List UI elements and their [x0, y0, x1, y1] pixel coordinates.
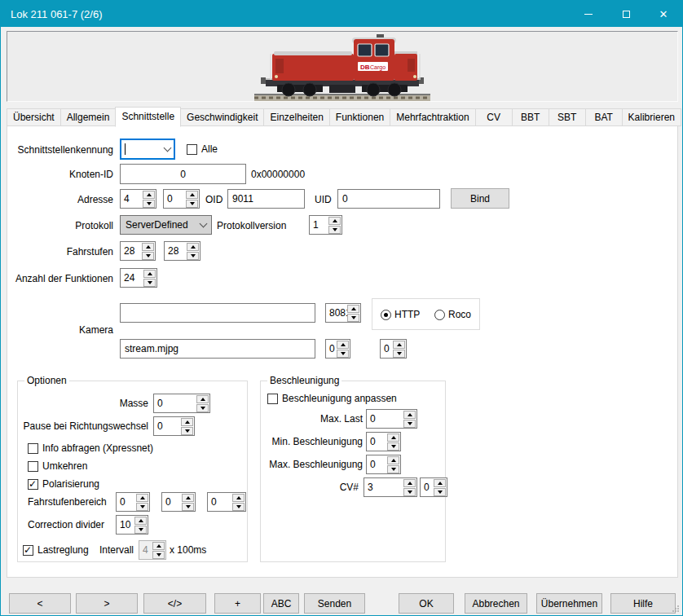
spin-down-button[interactable]: [434, 488, 446, 496]
bind-button[interactable]: Bind: [451, 188, 509, 209]
spin-up-button[interactable]: [347, 305, 359, 313]
abbrechen-button[interactable]: Abbrechen: [465, 593, 527, 614]
ok-button[interactable]: OK: [399, 593, 454, 614]
min-beschleunigung-spinner[interactable]: 0: [366, 432, 401, 451]
chevron-down-icon[interactable]: [200, 219, 208, 227]
tab-cv[interactable]: CV: [475, 108, 513, 126]
spin-down-button[interactable]: [403, 420, 416, 428]
spin-up-button[interactable]: [403, 479, 416, 487]
next-button[interactable]: >: [76, 593, 138, 614]
spin-up-button[interactable]: [182, 494, 194, 502]
uebernehmen-button[interactable]: Übernehmen: [536, 593, 602, 614]
pause-spinner[interactable]: 0: [153, 416, 195, 436]
fahrstufenbereich-spinner-2[interactable]: 0: [161, 492, 196, 512]
kamera-y-spinner[interactable]: 0: [380, 339, 407, 359]
uid-field[interactable]: 0: [337, 189, 440, 209]
umkehren-checkbox[interactable]: [28, 461, 38, 472]
plus-button[interactable]: +: [214, 593, 261, 614]
info-abfragen-checkbox[interactable]: [28, 443, 38, 454]
spin-up-button[interactable]: [187, 243, 199, 251]
hilfe-button[interactable]: Hilfe: [610, 593, 676, 614]
fahrstufenbereich-spinner-3[interactable]: 0: [207, 492, 246, 512]
beschleunigung-anpassen-checkbox[interactable]: [267, 394, 278, 404]
oid-field[interactable]: 9011: [227, 189, 305, 209]
maximize-button[interactable]: [607, 1, 645, 27]
spin-up-button[interactable]: [337, 341, 349, 349]
tab-kalibrieren[interactable]: Kalibrieren: [622, 108, 681, 126]
fahrstufen-spinner-1[interactable]: 28: [120, 241, 156, 261]
tab-funktionen[interactable]: Funktionen: [329, 108, 390, 126]
chevron-down-icon[interactable]: [164, 143, 172, 152]
spin-down-button[interactable]: [347, 314, 359, 322]
spin-down-button[interactable]: [337, 350, 349, 358]
spin-down-button[interactable]: [196, 404, 209, 412]
cv-spinner-2[interactable]: 0: [420, 477, 447, 497]
tab-bbt[interactable]: BBT: [512, 108, 549, 126]
max-beschleunigung-spinner[interactable]: 0: [366, 455, 401, 474]
spin-up-button[interactable]: [232, 494, 245, 502]
prev-button[interactable]: <: [9, 593, 71, 614]
spin-up-button[interactable]: [186, 191, 198, 199]
adresse-spinner-1[interactable]: 4: [120, 189, 156, 209]
title-bar[interactable]: Lok 211 061-7 (2/6) ✕: [1, 1, 682, 27]
spin-down-button[interactable]: [387, 442, 399, 451]
spin-up-button[interactable]: [142, 243, 154, 251]
fahrstufen-spinner-2[interactable]: 28: [164, 241, 200, 261]
spin-up-button[interactable]: [403, 411, 416, 419]
minimize-button[interactable]: [570, 1, 607, 27]
spin-up-button[interactable]: [143, 191, 155, 199]
spin-up-button[interactable]: [136, 494, 148, 502]
polarisierung-checkbox[interactable]: [28, 479, 38, 490]
spin-down-button[interactable]: [403, 488, 416, 496]
fahrstufenbereich-spinner-1[interactable]: 0: [116, 492, 150, 512]
knoten-id-field[interactable]: 0: [120, 164, 246, 184]
spin-up-button[interactable]: [181, 418, 193, 426]
spin-up-button[interactable]: [328, 217, 341, 225]
senden-button[interactable]: Senden: [304, 593, 365, 614]
schnittstellenkennung-combobox[interactable]: [120, 139, 175, 160]
spin-up-button[interactable]: [387, 456, 399, 464]
abc-button[interactable]: ABC: [263, 593, 299, 614]
spin-up-button[interactable]: [134, 517, 147, 525]
spin-up-button[interactable]: [434, 479, 446, 487]
roco-radio[interactable]: [434, 310, 445, 320]
spin-down-button[interactable]: [181, 427, 193, 435]
spin-up-button[interactable]: [393, 341, 405, 349]
tab-sbt[interactable]: SBT: [549, 108, 586, 126]
kamera-url-field[interactable]: [120, 303, 315, 323]
http-radio[interactable]: [381, 310, 391, 320]
code-button[interactable]: </>: [143, 593, 206, 614]
cv-spinner-1[interactable]: 3: [364, 477, 417, 497]
spin-down-button[interactable]: [393, 350, 405, 358]
spin-down-button[interactable]: [187, 252, 199, 260]
spin-down-button[interactable]: [142, 252, 154, 260]
alle-checkbox[interactable]: [187, 144, 197, 155]
kamera-stream-field[interactable]: stream.mjpg: [120, 339, 315, 359]
max-last-spinner[interactable]: 0: [366, 409, 417, 429]
tab-einzelheiten[interactable]: Einzelheiten: [263, 108, 329, 126]
tab-schnittstelle[interactable]: Schnittstelle: [115, 107, 181, 127]
spin-up-button[interactable]: [143, 270, 156, 278]
tab-geschwindigkeit[interactable]: Geschwindigkeit: [180, 108, 264, 126]
spin-down-button[interactable]: [136, 503, 148, 511]
masse-spinner[interactable]: 0: [153, 394, 210, 413]
spin-down-button[interactable]: [143, 200, 155, 208]
protokoll-dropdown[interactable]: ServerDefined: [120, 215, 212, 235]
spin-down-button[interactable]: [232, 503, 245, 511]
kamera-port-spinner[interactable]: 8081: [325, 303, 361, 323]
spin-down-button[interactable]: [387, 465, 399, 473]
spin-down-button[interactable]: [328, 226, 341, 234]
protokollversion-spinner[interactable]: 1: [309, 215, 342, 235]
close-button[interactable]: ✕: [645, 1, 682, 27]
kamera-x-spinner[interactable]: 0: [325, 339, 350, 359]
adresse-spinner-2[interactable]: 0: [163, 189, 200, 209]
correction-divider-spinner[interactable]: 10: [116, 515, 148, 535]
spin-up-button[interactable]: [387, 433, 399, 442]
tab-mehrfachtraktion[interactable]: Mehrfachtraktion: [390, 108, 475, 126]
tab-allgemein[interactable]: Allgemein: [60, 108, 117, 126]
lastreglung-checkbox[interactable]: [23, 545, 33, 556]
spin-up-button[interactable]: [196, 395, 209, 403]
spin-down-button[interactable]: [143, 279, 156, 287]
resize-grip[interactable]: [672, 605, 680, 613]
spin-down-button[interactable]: [182, 503, 194, 511]
